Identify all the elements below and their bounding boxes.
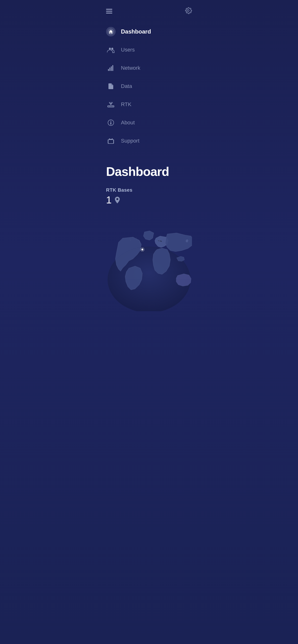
sidebar-item-users[interactable]: Users [99, 41, 199, 59]
svg-rect-5 [111, 66, 112, 71]
users-icon [106, 45, 116, 54]
gear-icon [184, 7, 192, 14]
svg-rect-6 [112, 65, 113, 71]
svg-rect-18 [109, 138, 110, 140]
svg-point-1 [109, 48, 111, 50]
about-icon [106, 118, 116, 128]
menu-button[interactable] [106, 9, 112, 14]
sidebar-nav: Dashboard Users Network [99, 20, 199, 155]
svg-rect-19 [112, 138, 113, 140]
settings-button[interactable] [184, 7, 192, 15]
app-header [99, 0, 199, 20]
svg-rect-9 [110, 106, 111, 107]
globe-map [106, 210, 192, 311]
dashboard-icon [106, 27, 116, 36]
sidebar-item-about[interactable]: About [99, 114, 199, 132]
sidebar-item-label-network: Network [121, 65, 140, 71]
svg-rect-17 [108, 140, 113, 143]
network-icon [106, 63, 116, 73]
rtk-bases-number: 1 [106, 194, 112, 206]
svg-rect-11 [112, 106, 113, 107]
svg-point-22 [141, 248, 143, 250]
svg-rect-4 [109, 68, 110, 71]
sidebar-item-network[interactable]: Network [99, 59, 199, 77]
svg-point-12 [110, 104, 111, 105]
sidebar-item-label-rtk: RTK [121, 101, 131, 108]
sidebar-item-label-data: Data [121, 83, 132, 89]
rtk-bases-label: RTK Bases [106, 187, 192, 193]
sidebar-item-label-support: Support [121, 138, 139, 144]
support-icon [106, 136, 116, 146]
data-icon [106, 82, 116, 91]
rtk-bases-section: RTK Bases 1 [106, 187, 192, 206]
dashboard-main: Dashboard RTK Bases 1 [99, 155, 199, 311]
rtk-bases-count-row: 1 [106, 194, 192, 206]
svg-rect-8 [108, 106, 109, 107]
location-pin-icon [113, 196, 121, 204]
sidebar-item-rtk[interactable]: RTK [99, 95, 199, 114]
svg-rect-3 [108, 69, 109, 71]
svg-point-20 [116, 198, 118, 200]
world-map-svg [106, 210, 192, 311]
svg-point-2 [111, 48, 113, 50]
sidebar-item-support[interactable]: Support [99, 132, 199, 150]
sidebar-item-label-users: Users [121, 47, 135, 53]
sidebar-item-label-about: About [121, 120, 135, 126]
sidebar-item-data[interactable]: Data [99, 77, 199, 95]
page-title: Dashboard [106, 164, 192, 179]
rtk-icon [106, 100, 116, 109]
svg-point-14 [110, 121, 111, 122]
svg-rect-10 [111, 106, 112, 107]
sidebar-item-label-dashboard: Dashboard [121, 28, 151, 35]
svg-rect-15 [110, 122, 111, 124]
sidebar-item-dashboard[interactable]: Dashboard [99, 22, 199, 41]
